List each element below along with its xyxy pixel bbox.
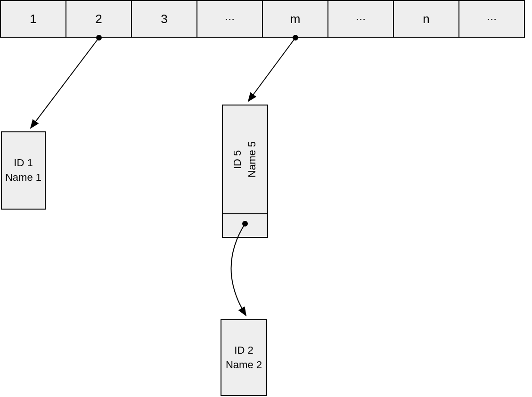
array-cell-n: n [393, 0, 459, 38]
node-id5-pointer-cell [223, 213, 267, 237]
node-id1-id: ID 1 [14, 156, 33, 170]
node-id1-name: Name 1 [5, 170, 41, 185]
array-cell-ellipsis-1: ··· [196, 0, 263, 38]
array-cell-1: 1 [0, 0, 66, 38]
node-id5-name: Name 5 [246, 141, 258, 178]
array-cell-m: m [262, 0, 328, 38]
array-row: 1 2 3 ··· m ··· n ··· [0, 0, 525, 38]
arrow-cell2-to-node1 [31, 38, 99, 128]
arrow-cellm-to-node5 [248, 38, 295, 101]
array-cell-ellipsis-3: ··· [458, 0, 525, 38]
node-id5-id: ID 5 [231, 150, 243, 169]
array-cell-2: 2 [65, 0, 132, 38]
array-cell-3: 3 [131, 0, 197, 38]
node-id2-id: ID 2 [234, 343, 253, 358]
hash-table-diagram: 1 2 3 ··· m ··· n ··· ID 1 Name 1 ID 5 N… [0, 0, 532, 397]
node-id5: ID 5 Name 5 [222, 105, 268, 238]
node-id1: ID 1 Name 1 [1, 131, 46, 210]
node-id2-name: Name 2 [226, 358, 262, 373]
array-cell-ellipsis-2: ··· [327, 0, 394, 38]
node-id2: ID 2 Name 2 [221, 319, 267, 396]
